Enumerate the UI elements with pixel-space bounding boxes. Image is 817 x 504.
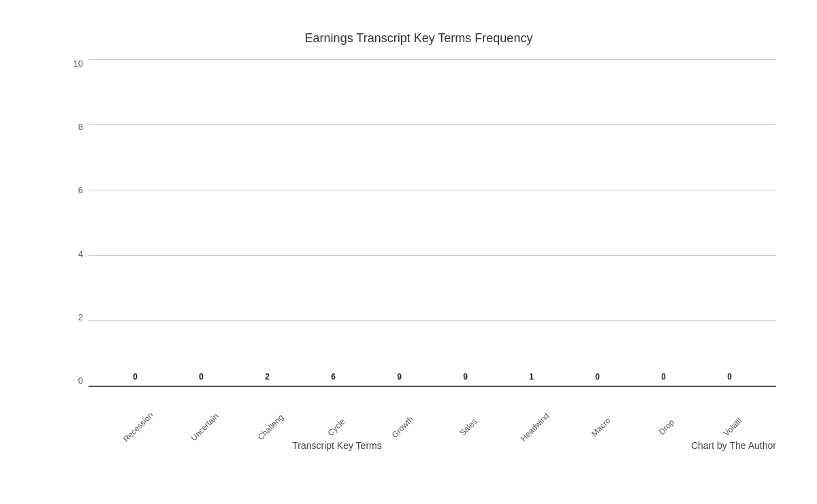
grid-line-0 bbox=[89, 386, 776, 387]
bar-label-uncertain: 0 bbox=[199, 372, 204, 382]
x-axis-title: Transcript Key Terms bbox=[89, 440, 586, 451]
x-label-group-cycle: Cycle bbox=[300, 420, 366, 433]
grid-and-bars: 0 0 2 bbox=[89, 59, 776, 386]
bar-label-sales: 9 bbox=[463, 372, 468, 382]
bars-row: 0 0 2 bbox=[89, 59, 776, 386]
chart-wrapper: 10 8 6 4 2 0 bbox=[61, 59, 776, 451]
y-axis: 10 8 6 4 2 0 bbox=[61, 59, 89, 386]
bar-label-headwind: 1 bbox=[529, 372, 534, 382]
x-label-group-sales: Sales bbox=[432, 420, 498, 433]
bar-label-growth: 9 bbox=[397, 372, 402, 382]
y-label-6: 6 bbox=[78, 186, 83, 195]
x-label-group-growth: Growth bbox=[366, 420, 432, 433]
x-label-volatil: Volatil bbox=[722, 416, 744, 438]
bar-label-volatil: 0 bbox=[727, 372, 732, 382]
x-label-group-challeng: Challeng bbox=[234, 420, 300, 433]
chart-container: Earnings Transcript Key Terms Frequency … bbox=[14, 11, 803, 494]
chart-area: 10 8 6 4 2 0 bbox=[61, 59, 776, 386]
x-label-uncertain: Uncertain bbox=[189, 411, 220, 442]
y-label-0: 0 bbox=[78, 376, 83, 385]
bar-label-challeng: 2 bbox=[265, 372, 270, 382]
x-label-challeng: Challeng bbox=[256, 412, 285, 441]
y-label-2: 2 bbox=[78, 313, 83, 322]
y-label-8: 8 bbox=[78, 122, 83, 131]
x-label-group-uncertain: Uncertain bbox=[168, 420, 234, 433]
chart-credit: Chart by The Author bbox=[586, 440, 776, 451]
x-label-group-headwind: Headwind bbox=[498, 420, 564, 433]
bar-label-recession: 0 bbox=[133, 372, 138, 382]
x-label-macro: Macro bbox=[590, 416, 612, 438]
x-label-group-macro: Macro bbox=[564, 420, 630, 433]
x-labels: Recession Uncertain Challeng Cycle Growt… bbox=[89, 420, 776, 433]
y-label-10: 10 bbox=[74, 59, 83, 68]
x-label-drop: Drop bbox=[657, 417, 676, 436]
x-label-recession: Recession bbox=[122, 410, 156, 444]
y-label-4: 4 bbox=[78, 250, 83, 258]
bar-label-macro: 0 bbox=[595, 372, 600, 382]
x-label-group-drop: Drop bbox=[630, 420, 696, 433]
chart-title: Earnings Transcript Key Terms Frequency bbox=[61, 31, 776, 46]
bar-label-drop: 0 bbox=[661, 372, 666, 382]
x-label-group-recession: Recession bbox=[102, 420, 168, 433]
axis-titles: Transcript Key Terms Chart by The Author bbox=[61, 440, 776, 451]
x-label-headwind: Headwind bbox=[519, 411, 551, 443]
bar-label-cycle: 6 bbox=[331, 372, 336, 382]
x-label-group-volatil: Volatil bbox=[696, 420, 763, 433]
x-label-growth: Growth bbox=[390, 414, 415, 439]
x-label-sales: Sales bbox=[458, 416, 479, 437]
x-label-cycle: Cycle bbox=[326, 416, 347, 437]
